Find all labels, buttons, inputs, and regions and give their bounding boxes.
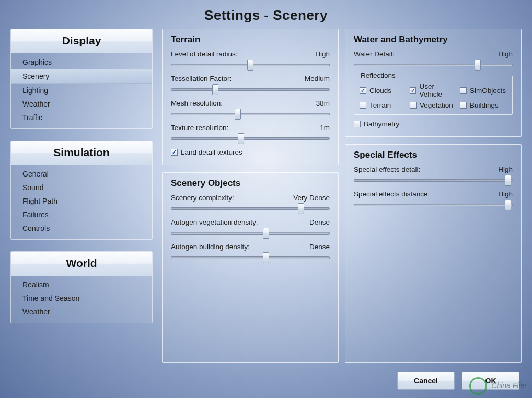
checkbox-icon: ✓ xyxy=(171,149,178,156)
button-bar: Cancel OK xyxy=(397,372,519,390)
slider-track xyxy=(171,88,330,91)
setting-row: Tessellation Factor:Medium xyxy=(171,75,330,83)
setting-mesh-resolution: Mesh resolution:38m xyxy=(171,99,330,121)
bathymetry-checkbox[interactable]: Bathymetry xyxy=(354,120,513,128)
panel-scenery-objects-title: Scenery Objects xyxy=(171,178,330,189)
nav-item-controls[interactable]: Controls xyxy=(11,221,152,235)
setting-label: Level of detail radius: xyxy=(171,50,238,58)
setting-value: High xyxy=(498,166,513,173)
checkbox-icon xyxy=(354,121,361,127)
slider-thumb[interactable] xyxy=(212,84,218,95)
nav-item-weather[interactable]: Weather xyxy=(11,97,152,111)
right-column: Water and Bathymetry Water Detail:High R… xyxy=(345,29,522,363)
setting-value: Dense xyxy=(309,243,330,251)
slider[interactable] xyxy=(171,133,330,145)
slider-track xyxy=(354,179,513,182)
nav-group-simulation: SimulationGeneralSoundFlight PathFailure… xyxy=(10,141,153,240)
slider-thumb[interactable] xyxy=(475,60,481,71)
slider[interactable] xyxy=(171,252,330,264)
panel-scenery-objects: Scenery Objects Scenery complexity:Very … xyxy=(162,172,339,363)
slider-track xyxy=(171,137,330,140)
slider-track xyxy=(171,232,330,235)
slider-thumb[interactable] xyxy=(235,109,241,120)
checkbox-label: Land detail textures xyxy=(181,148,242,156)
setting-label: Water Detail: xyxy=(354,50,395,58)
panel-water: Water and Bathymetry Water Detail:High R… xyxy=(345,29,522,137)
nav-items: RealismTime and SeasonWeather xyxy=(11,276,152,323)
reflections-legend: Reflections xyxy=(358,72,398,79)
reflection-vegetation-checkbox[interactable]: Vegetation xyxy=(410,101,457,109)
setting-value: Dense xyxy=(309,218,330,226)
setting-autogen-building-density: Autogen building density:Dense xyxy=(171,243,330,264)
checkbox-label: Clouds xyxy=(369,87,391,95)
setting-label: Autogen vegetation density: xyxy=(171,218,258,226)
setting-value: Medium xyxy=(305,75,330,83)
nav-group-header: Display xyxy=(11,29,152,53)
slider[interactable] xyxy=(171,203,330,215)
nav-item-sound[interactable]: Sound xyxy=(11,181,152,194)
panel-terrain-title: Terrain xyxy=(171,34,330,45)
nav-group-world: WorldRealismTime and SeasonWeather xyxy=(10,251,153,323)
nav-group-header: Simulation xyxy=(11,141,152,165)
slider[interactable] xyxy=(354,59,513,72)
setting-label: Texture resolution: xyxy=(171,124,228,132)
reflection-simobjects-checkbox[interactable]: SimObjects xyxy=(460,83,507,98)
reflection-clouds-checkbox[interactable]: ✓Clouds xyxy=(360,83,407,98)
nav-item-graphics[interactable]: Graphics xyxy=(11,55,152,69)
setting-row: Autogen building density:Dense xyxy=(171,243,330,251)
slider[interactable] xyxy=(171,84,330,96)
content-area: DisplayGraphicsSceneryLightingWeatherTra… xyxy=(0,29,532,363)
slider-thumb[interactable] xyxy=(263,228,269,239)
ok-button[interactable]: OK xyxy=(462,372,519,390)
checkbox-label: Vegetation xyxy=(420,101,453,109)
setting-value: Very Dense xyxy=(293,194,330,202)
nav-item-general[interactable]: General xyxy=(11,167,152,181)
slider-thumb[interactable] xyxy=(263,252,269,263)
slider-thumb[interactable] xyxy=(298,203,304,214)
checkbox-icon xyxy=(460,87,467,94)
slider[interactable] xyxy=(354,199,513,212)
checkbox-icon xyxy=(460,102,467,109)
reflection-user-vehicle-checkbox[interactable]: ✓User Vehicle xyxy=(410,83,457,98)
slider[interactable] xyxy=(171,108,330,121)
nav-item-scenery[interactable]: Scenery xyxy=(11,69,152,84)
slider-thumb[interactable] xyxy=(247,60,253,71)
land-detail-textures-checkbox[interactable]: ✓ Land detail textures xyxy=(171,148,330,156)
setting-special-effects-detail: Special effects detail:High xyxy=(354,166,513,187)
nav-items: GeneralSoundFlight PathFailuresControls xyxy=(11,165,152,239)
nav-item-flight-path[interactable]: Flight Path xyxy=(11,194,152,208)
panel-water-title: Water and Bathymetry xyxy=(354,34,513,45)
slider[interactable] xyxy=(354,174,513,187)
cancel-button[interactable]: Cancel xyxy=(397,372,455,390)
checkbox-label: Terrain xyxy=(369,101,391,109)
setting-row: Level of detail radius:High xyxy=(171,50,330,58)
setting-value: High xyxy=(498,190,513,198)
slider-thumb[interactable] xyxy=(505,200,511,210)
nav-item-lighting[interactable]: Lighting xyxy=(11,84,152,97)
slider-thumb[interactable] xyxy=(505,175,511,186)
reflection-buildings-checkbox[interactable]: Buildings xyxy=(460,101,507,109)
setting-row: Special effects detail:High xyxy=(354,166,513,173)
setting-row: Special effects distance:High xyxy=(354,190,513,198)
setting-label: Special effects distance: xyxy=(354,190,430,198)
setting-label: Mesh resolution: xyxy=(171,99,223,107)
panel-special-effects: Special Effects Special effects detail:H… xyxy=(345,144,522,363)
checkbox-label: Buildings xyxy=(470,101,499,109)
slider[interactable] xyxy=(171,59,330,72)
slider-track xyxy=(354,204,513,206)
reflection-terrain-checkbox[interactable]: Terrain xyxy=(360,101,407,109)
slider[interactable] xyxy=(171,227,330,240)
nav-item-realism[interactable]: Realism xyxy=(11,278,152,291)
nav-item-traffic[interactable]: Traffic xyxy=(11,111,152,124)
slider-thumb[interactable] xyxy=(238,133,244,144)
panel-special-effects-title: Special Effects xyxy=(354,150,513,160)
checkbox-label: Bathymetry xyxy=(364,120,399,128)
nav-item-failures[interactable]: Failures xyxy=(11,208,152,221)
setting-row: Water Detail:High xyxy=(354,50,513,58)
nav-item-time-and-season[interactable]: Time and Season xyxy=(11,291,152,305)
setting-level-of-detail-radius: Level of detail radius:High xyxy=(171,50,330,72)
setting-texture-resolution: Texture resolution:1m xyxy=(171,124,330,145)
nav-item-weather[interactable]: Weather xyxy=(11,305,152,319)
setting-label: Special effects detail: xyxy=(354,166,420,173)
setting-row: Autogen vegetation density:Dense xyxy=(171,218,330,226)
